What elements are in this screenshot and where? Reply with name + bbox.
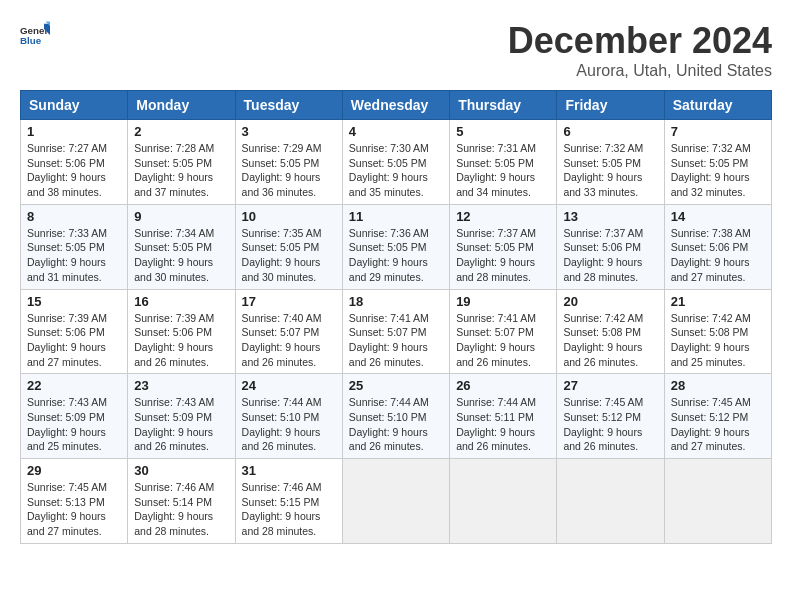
cell-info: Sunrise: 7:37 AMSunset: 5:06 PMDaylight:…	[563, 226, 657, 285]
cell-info: Sunrise: 7:39 AMSunset: 5:06 PMDaylight:…	[134, 311, 228, 370]
table-row: 18Sunrise: 7:41 AMSunset: 5:07 PMDayligh…	[342, 289, 449, 374]
table-row: 28Sunrise: 7:45 AMSunset: 5:12 PMDayligh…	[664, 374, 771, 459]
day-number: 11	[349, 209, 443, 224]
day-number: 22	[27, 378, 121, 393]
table-row: 3Sunrise: 7:29 AMSunset: 5:05 PMDaylight…	[235, 120, 342, 205]
cell-info: Sunrise: 7:42 AMSunset: 5:08 PMDaylight:…	[671, 311, 765, 370]
day-number: 31	[242, 463, 336, 478]
day-number: 18	[349, 294, 443, 309]
day-number: 30	[134, 463, 228, 478]
table-row: 7Sunrise: 7:32 AMSunset: 5:05 PMDaylight…	[664, 120, 771, 205]
cell-info: Sunrise: 7:34 AMSunset: 5:05 PMDaylight:…	[134, 226, 228, 285]
cell-info: Sunrise: 7:30 AMSunset: 5:05 PMDaylight:…	[349, 141, 443, 200]
logo: General Blue	[20, 20, 50, 50]
day-number: 1	[27, 124, 121, 139]
day-number: 13	[563, 209, 657, 224]
cell-info: Sunrise: 7:33 AMSunset: 5:05 PMDaylight:…	[27, 226, 121, 285]
cell-info: Sunrise: 7:29 AMSunset: 5:05 PMDaylight:…	[242, 141, 336, 200]
day-number: 9	[134, 209, 228, 224]
table-row	[557, 459, 664, 544]
day-number: 27	[563, 378, 657, 393]
cell-info: Sunrise: 7:42 AMSunset: 5:08 PMDaylight:…	[563, 311, 657, 370]
col-friday: Friday	[557, 91, 664, 120]
table-row	[664, 459, 771, 544]
title-area: December 2024 Aurora, Utah, United State…	[508, 20, 772, 80]
day-number: 25	[349, 378, 443, 393]
table-row: 8Sunrise: 7:33 AMSunset: 5:05 PMDaylight…	[21, 204, 128, 289]
cell-info: Sunrise: 7:32 AMSunset: 5:05 PMDaylight:…	[671, 141, 765, 200]
table-row: 24Sunrise: 7:44 AMSunset: 5:10 PMDayligh…	[235, 374, 342, 459]
table-row: 11Sunrise: 7:36 AMSunset: 5:05 PMDayligh…	[342, 204, 449, 289]
table-row	[342, 459, 449, 544]
day-number: 7	[671, 124, 765, 139]
day-number: 14	[671, 209, 765, 224]
day-number: 21	[671, 294, 765, 309]
cell-info: Sunrise: 7:27 AMSunset: 5:06 PMDaylight:…	[27, 141, 121, 200]
table-row: 4Sunrise: 7:30 AMSunset: 5:05 PMDaylight…	[342, 120, 449, 205]
table-row: 12Sunrise: 7:37 AMSunset: 5:05 PMDayligh…	[450, 204, 557, 289]
cell-info: Sunrise: 7:45 AMSunset: 5:12 PMDaylight:…	[671, 395, 765, 454]
table-row: 25Sunrise: 7:44 AMSunset: 5:10 PMDayligh…	[342, 374, 449, 459]
table-row: 29Sunrise: 7:45 AMSunset: 5:13 PMDayligh…	[21, 459, 128, 544]
day-number: 24	[242, 378, 336, 393]
calendar-week-row: 15Sunrise: 7:39 AMSunset: 5:06 PMDayligh…	[21, 289, 772, 374]
day-number: 10	[242, 209, 336, 224]
cell-info: Sunrise: 7:46 AMSunset: 5:14 PMDaylight:…	[134, 480, 228, 539]
calendar-week-row: 8Sunrise: 7:33 AMSunset: 5:05 PMDaylight…	[21, 204, 772, 289]
cell-info: Sunrise: 7:44 AMSunset: 5:10 PMDaylight:…	[349, 395, 443, 454]
col-saturday: Saturday	[664, 91, 771, 120]
table-row	[450, 459, 557, 544]
table-row: 15Sunrise: 7:39 AMSunset: 5:06 PMDayligh…	[21, 289, 128, 374]
table-row: 21Sunrise: 7:42 AMSunset: 5:08 PMDayligh…	[664, 289, 771, 374]
cell-info: Sunrise: 7:38 AMSunset: 5:06 PMDaylight:…	[671, 226, 765, 285]
cell-info: Sunrise: 7:41 AMSunset: 5:07 PMDaylight:…	[456, 311, 550, 370]
cell-info: Sunrise: 7:44 AMSunset: 5:10 PMDaylight:…	[242, 395, 336, 454]
calendar-week-row: 22Sunrise: 7:43 AMSunset: 5:09 PMDayligh…	[21, 374, 772, 459]
col-monday: Monday	[128, 91, 235, 120]
col-tuesday: Tuesday	[235, 91, 342, 120]
day-number: 28	[671, 378, 765, 393]
cell-info: Sunrise: 7:40 AMSunset: 5:07 PMDaylight:…	[242, 311, 336, 370]
day-number: 20	[563, 294, 657, 309]
cell-info: Sunrise: 7:39 AMSunset: 5:06 PMDaylight:…	[27, 311, 121, 370]
table-row: 9Sunrise: 7:34 AMSunset: 5:05 PMDaylight…	[128, 204, 235, 289]
table-row: 26Sunrise: 7:44 AMSunset: 5:11 PMDayligh…	[450, 374, 557, 459]
calendar-week-row: 1Sunrise: 7:27 AMSunset: 5:06 PMDaylight…	[21, 120, 772, 205]
day-number: 4	[349, 124, 443, 139]
cell-info: Sunrise: 7:37 AMSunset: 5:05 PMDaylight:…	[456, 226, 550, 285]
day-number: 17	[242, 294, 336, 309]
cell-info: Sunrise: 7:36 AMSunset: 5:05 PMDaylight:…	[349, 226, 443, 285]
cell-info: Sunrise: 7:45 AMSunset: 5:13 PMDaylight:…	[27, 480, 121, 539]
cell-info: Sunrise: 7:46 AMSunset: 5:15 PMDaylight:…	[242, 480, 336, 539]
table-row: 31Sunrise: 7:46 AMSunset: 5:15 PMDayligh…	[235, 459, 342, 544]
table-row: 17Sunrise: 7:40 AMSunset: 5:07 PMDayligh…	[235, 289, 342, 374]
page-header: General Blue December 2024 Aurora, Utah,…	[20, 20, 772, 80]
calendar-table: Sunday Monday Tuesday Wednesday Thursday…	[20, 90, 772, 544]
table-row: 14Sunrise: 7:38 AMSunset: 5:06 PMDayligh…	[664, 204, 771, 289]
location: Aurora, Utah, United States	[508, 62, 772, 80]
table-row: 2Sunrise: 7:28 AMSunset: 5:05 PMDaylight…	[128, 120, 235, 205]
table-row: 13Sunrise: 7:37 AMSunset: 5:06 PMDayligh…	[557, 204, 664, 289]
cell-info: Sunrise: 7:43 AMSunset: 5:09 PMDaylight:…	[27, 395, 121, 454]
day-number: 26	[456, 378, 550, 393]
cell-info: Sunrise: 7:35 AMSunset: 5:05 PMDaylight:…	[242, 226, 336, 285]
cell-info: Sunrise: 7:43 AMSunset: 5:09 PMDaylight:…	[134, 395, 228, 454]
calendar-week-row: 29Sunrise: 7:45 AMSunset: 5:13 PMDayligh…	[21, 459, 772, 544]
cell-info: Sunrise: 7:41 AMSunset: 5:07 PMDaylight:…	[349, 311, 443, 370]
table-row: 5Sunrise: 7:31 AMSunset: 5:05 PMDaylight…	[450, 120, 557, 205]
svg-text:Blue: Blue	[20, 35, 42, 46]
col-wednesday: Wednesday	[342, 91, 449, 120]
day-number: 23	[134, 378, 228, 393]
day-number: 15	[27, 294, 121, 309]
month-title: December 2024	[508, 20, 772, 62]
table-row: 23Sunrise: 7:43 AMSunset: 5:09 PMDayligh…	[128, 374, 235, 459]
table-row: 27Sunrise: 7:45 AMSunset: 5:12 PMDayligh…	[557, 374, 664, 459]
cell-info: Sunrise: 7:44 AMSunset: 5:11 PMDaylight:…	[456, 395, 550, 454]
table-row: 20Sunrise: 7:42 AMSunset: 5:08 PMDayligh…	[557, 289, 664, 374]
table-row: 6Sunrise: 7:32 AMSunset: 5:05 PMDaylight…	[557, 120, 664, 205]
cell-info: Sunrise: 7:32 AMSunset: 5:05 PMDaylight:…	[563, 141, 657, 200]
day-number: 2	[134, 124, 228, 139]
day-number: 19	[456, 294, 550, 309]
table-row: 22Sunrise: 7:43 AMSunset: 5:09 PMDayligh…	[21, 374, 128, 459]
table-row: 30Sunrise: 7:46 AMSunset: 5:14 PMDayligh…	[128, 459, 235, 544]
